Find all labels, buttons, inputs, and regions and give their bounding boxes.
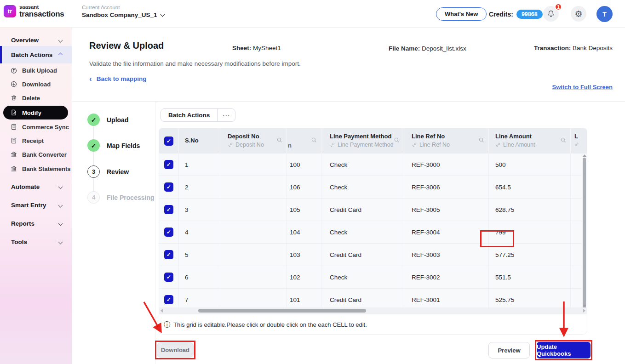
brand-name-bottom: transactions [19, 10, 64, 18]
cell-sno[interactable]: 4 [179, 221, 220, 243]
header-select-all[interactable]: ✓ [159, 128, 179, 154]
cell-amount[interactable]: 654.5 [489, 176, 571, 198]
cell-amount[interactable]: 628.75 [489, 199, 571, 221]
cell-payment-method[interactable]: Check [321, 221, 404, 243]
search-icon[interactable] [478, 137, 485, 143]
column-header-deposit-no[interactable]: Deposit No Deposit No [220, 128, 287, 154]
cell-amount[interactable]: 551.5 [489, 266, 571, 288]
cell-payment-method[interactable]: Check [321, 154, 404, 176]
sidebar-item-automate[interactable]: Automate [0, 178, 72, 195]
column-header-clipped[interactable]: n [287, 128, 321, 154]
update-quickbooks-button[interactable]: Update Quickbooks [537, 342, 591, 358]
cell-ref-no[interactable]: REF-3003 [404, 244, 489, 266]
cell-deposit-no[interactable] [220, 244, 287, 266]
cell-ref-no[interactable]: REF-3005 [404, 199, 489, 221]
cell-sno[interactable]: 1 [179, 154, 220, 176]
column-header-payment-method[interactable]: Line Payment Method Line Payment Method [321, 128, 404, 154]
cell-deposit-no[interactable] [220, 176, 287, 198]
vertical-scrollbar[interactable] [582, 154, 587, 307]
cell-deposit-no[interactable] [220, 221, 287, 243]
preview-button[interactable]: Preview [488, 342, 530, 358]
column-header-clipped-right[interactable]: L [571, 128, 583, 154]
divider [155, 101, 155, 364]
cell-payment-method[interactable]: Credit Card [321, 289, 404, 307]
column-header-amount[interactable]: Line Amount Line Amount [489, 128, 571, 154]
sidebar-item-tools[interactable]: Tools [0, 233, 72, 250]
cell-ref-no[interactable]: REF-3002 [404, 266, 489, 288]
cell-deposit-no[interactable] [220, 289, 287, 307]
sidebar-item-bulk-upload[interactable]: Bulk Upload [0, 63, 72, 77]
cell-amount[interactable]: 577.25 [489, 244, 571, 266]
cell-sno[interactable]: 5 [179, 244, 220, 266]
search-icon[interactable] [276, 137, 283, 143]
current-account-value: Sandbox Company_US_1 [82, 11, 157, 18]
column-header-ref-no[interactable]: Line Ref No Line Ref No [404, 128, 489, 154]
cell-clipped[interactable]: 104 [287, 221, 321, 243]
row-checkbox[interactable]: ✓ [159, 221, 179, 243]
cell-sno[interactable]: 2 [179, 176, 220, 198]
table-row: ✓ 3 105 Credit Card REF-3005 628.75 [159, 199, 587, 221]
cell-ref-no[interactable]: REF-3000 [404, 154, 489, 176]
row-checkbox[interactable]: ✓ [159, 289, 179, 307]
sidebar-item-commerce-sync[interactable]: Commerce Sync [0, 120, 72, 134]
batch-actions-button[interactable]: Batch Actions [161, 109, 217, 121]
cell-deposit-no[interactable] [220, 266, 287, 288]
scroll-left-arrow[interactable] [161, 309, 163, 313]
row-checkbox[interactable]: ✓ [159, 244, 179, 266]
cell-ref-no[interactable]: REF-3006 [404, 176, 489, 198]
search-icon[interactable] [394, 137, 400, 143]
cell-sno[interactable]: 3 [179, 199, 220, 221]
cell-payment-method[interactable]: Check [321, 266, 404, 288]
sidebar-item-receipt[interactable]: Receipt [0, 134, 72, 148]
sidebar-item-batch-actions[interactable]: Batch Actions [0, 46, 72, 63]
scroll-right-arrow[interactable] [583, 309, 585, 313]
scroll-up-arrow[interactable] [583, 154, 586, 157]
row-checkbox[interactable]: ✓ [159, 199, 179, 221]
cell-payment-method[interactable]: Credit Card [321, 244, 404, 266]
cell-ref-no[interactable]: REF-3001 [404, 289, 489, 307]
cell-deposit-no[interactable] [220, 199, 287, 221]
row-checkbox[interactable]: ✓ [159, 266, 179, 288]
cell-clipped[interactable]: 106 [287, 176, 321, 198]
cell-amount[interactable]: 525.75 [489, 289, 571, 307]
cell-clipped[interactable]: 101 [287, 289, 321, 307]
cell-deposit-no[interactable] [220, 154, 287, 176]
search-icon[interactable] [311, 137, 317, 143]
current-account-selector[interactable]: Current Account Sandbox Company_US_1 [82, 5, 164, 18]
row-checkbox[interactable]: ✓ [159, 154, 179, 176]
column-header-sno[interactable]: S.No [179, 128, 220, 154]
scroll-down-arrow[interactable] [583, 305, 586, 307]
search-icon[interactable] [560, 137, 567, 143]
sidebar-item-bank-converter[interactable]: Bank Converter [0, 148, 72, 161]
settings-button[interactable]: ⚙ [571, 6, 586, 22]
sidebar-item-smart-entry[interactable]: Smart Entry [0, 196, 72, 214]
user-avatar[interactable]: T [596, 6, 613, 22]
app-logo[interactable]: tr saasant transactions [4, 5, 64, 18]
cell-clipped[interactable]: 105 [287, 199, 321, 221]
whats-new-button[interactable]: What's New [436, 7, 487, 21]
cell-clipped[interactable]: 103 [287, 244, 321, 266]
sidebar-item-download[interactable]: Download [0, 77, 72, 91]
horizontal-scroll-thumb[interactable] [198, 309, 366, 313]
cell-payment-method[interactable]: Credit Card [321, 199, 404, 221]
sidebar-item-reports[interactable]: Reports [0, 215, 72, 232]
batch-actions-split-button[interactable]: Batch Actions ··· [161, 108, 235, 122]
more-options-button[interactable]: ··· [217, 109, 235, 121]
back-to-mapping-link[interactable]: ‹ Back to mapping [89, 75, 146, 83]
sidebar-item-modify[interactable]: Modify [3, 106, 68, 119]
cell-ref-no[interactable]: REF-3004 [404, 221, 489, 243]
download-button[interactable]: Download [157, 342, 194, 358]
sidebar-item-bank-statements[interactable]: Bank Statements [0, 162, 72, 176]
sidebar-item-delete[interactable]: Delete [0, 91, 72, 105]
cell-sno[interactable]: 6 [179, 266, 220, 288]
cell-amount[interactable]: 500 [489, 154, 571, 176]
cell-clipped[interactable]: 102 [287, 266, 321, 288]
row-checkbox[interactable]: ✓ [159, 176, 179, 198]
cell-payment-method[interactable]: Check [321, 176, 404, 198]
cell-sno[interactable]: 7 [179, 289, 220, 307]
cell-clipped[interactable]: 100 [287, 154, 321, 176]
horizontal-scrollbar[interactable] [159, 307, 587, 314]
cell-amount-highlighted[interactable]: 799 [489, 221, 571, 243]
vertical-scroll-thumb[interactable] [583, 158, 586, 309]
switch-to-fullscreen-link[interactable]: Switch to Full Screen [552, 84, 613, 91]
